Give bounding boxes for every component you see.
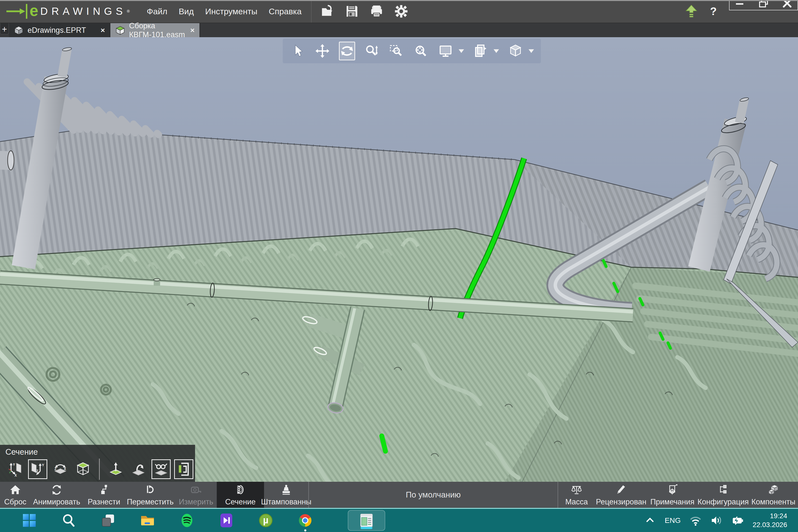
view-orientation-tool[interactable]: [507, 42, 524, 60]
language-indicator[interactable]: ENG: [665, 516, 681, 525]
animate-button[interactable]: Анимировать: [31, 482, 83, 508]
full-screen-tool[interactable]: [437, 42, 454, 60]
help-button[interactable]: ?: [710, 5, 717, 18]
window-top-edge: [0, 0, 798, 1]
section-plane-zy-button[interactable]: Y Z: [28, 459, 47, 479]
running-indicator: [304, 529, 306, 532]
section-plane-zx-button[interactable]: Z X: [51, 459, 70, 479]
reset-button[interactable]: Сброс: [0, 482, 31, 508]
zoom-area-tool[interactable]: [388, 42, 404, 60]
show-caps-button[interactable]: [174, 459, 193, 479]
offset-plane-button[interactable]: [106, 459, 125, 479]
spotify-button[interactable]: [179, 512, 195, 529]
menu-file[interactable]: Файл: [141, 2, 173, 21]
wifi-icon[interactable]: [689, 514, 702, 527]
utorrent-button[interactable]: µ: [258, 512, 274, 529]
tab-close-icon[interactable]: ×: [190, 26, 194, 35]
explode-button[interactable]: Разнести: [83, 482, 125, 508]
tab-close-icon[interactable]: ×: [100, 26, 105, 35]
toolbar-separator: [311, 0, 311, 23]
section-plane-xy-icon: Y X: [7, 461, 23, 477]
section-panel-title: Сечение: [5, 447, 195, 457]
menu-tools[interactable]: Инструменты: [200, 2, 263, 21]
close-button[interactable]: [782, 0, 793, 8]
clock-date: 22.03.2026: [753, 520, 787, 529]
section-button[interactable]: Сечение: [217, 482, 264, 508]
move-button[interactable]: Переместить: [125, 482, 175, 508]
annotations-icon: [666, 484, 679, 496]
tab-sborka-kvgm-101[interactable]: Сборка КВГМ-101.easm ×: [110, 23, 200, 37]
tab-label: eDrawings.EPRT: [27, 26, 86, 35]
task-view-button[interactable]: [100, 512, 116, 529]
rotate-tool[interactable]: [339, 42, 355, 60]
windows-start-icon: [21, 513, 37, 528]
rotate-icon: [340, 43, 355, 58]
edrawings-logo: e DRAWINGS ®: [5, 1, 130, 21]
section-panel: Сечение Y X: [0, 445, 195, 482]
tray-chevron-icon[interactable]: [644, 514, 657, 527]
tab-edrawings-eprt[interactable]: eDrawings.EPRT ×: [9, 23, 110, 37]
measure-button[interactable]: Измерить: [175, 482, 217, 508]
restore-icon: [758, 0, 769, 8]
zoom-fit-tool[interactable]: [413, 42, 429, 60]
titlebar-right: ?: [683, 3, 798, 19]
main-toolbar: [320, 3, 409, 19]
new-tab-button[interactable]: +: [0, 23, 9, 35]
open-button[interactable]: [320, 3, 335, 19]
restore-button[interactable]: [758, 0, 769, 8]
reviewed-button[interactable]: Рецензирован: [595, 482, 647, 508]
configuration-button[interactable]: Конфигурация: [698, 482, 749, 508]
menu-help[interactable]: Справка: [263, 2, 307, 21]
taskbar-clock[interactable]: 19:24 22.03.2026: [753, 512, 787, 530]
section-icon: [234, 484, 247, 496]
menu-view[interactable]: Вид: [173, 2, 200, 21]
model-viewport[interactable]: Сечение Y X: [0, 37, 798, 482]
drawing-views-dropdown-icon[interactable]: [494, 49, 499, 53]
battery-charging-icon[interactable]: [732, 514, 744, 527]
edrawings-taskbar-button[interactable]: [348, 510, 385, 531]
section-plane-xy-button[interactable]: Y X: [5, 459, 25, 479]
view-orientation-dropdown-icon[interactable]: [529, 49, 534, 53]
components-cubes-icon: [767, 484, 780, 496]
file-explorer-button[interactable]: [139, 512, 156, 529]
components-button[interactable]: Компоненты: [749, 482, 798, 508]
minimize-button[interactable]: [735, 0, 745, 8]
windows-taskbar: µ: [0, 509, 798, 532]
edrawings-window: e DRAWINGS ® Файл Вид Инструменты Справк…: [0, 0, 798, 532]
pencil-icon: [614, 484, 628, 496]
chrome-button[interactable]: [297, 512, 313, 529]
publish-button[interactable]: [683, 3, 699, 19]
drawing-views-tool[interactable]: [472, 42, 489, 60]
media-player-button[interactable]: [218, 512, 234, 529]
move-component-icon: [144, 484, 157, 496]
rotate-plane-icon: [131, 461, 146, 477]
open-icon: [320, 4, 335, 18]
full-screen-icon: [438, 43, 453, 58]
section-box-icon: [75, 461, 91, 477]
pan-tool[interactable]: [314, 42, 330, 60]
print-button[interactable]: [369, 3, 384, 19]
full-screen-dropdown-icon[interactable]: [459, 49, 464, 53]
menu-bar: Файл Вид Инструменты Справка: [141, 2, 307, 21]
logo-text: DRAWINGS: [40, 5, 126, 17]
show-section-plane-button[interactable]: [151, 459, 171, 479]
start-button[interactable]: [21, 512, 37, 529]
mass-button[interactable]: Масса: [558, 482, 595, 508]
options-button[interactable]: [393, 3, 409, 19]
animate-icon: [50, 484, 63, 496]
configuration-selector[interactable]: По умолчанию: [309, 482, 557, 508]
markup-button[interactable]: Примечания: [647, 482, 698, 508]
save-button[interactable]: [344, 3, 360, 19]
volume-icon[interactable]: [710, 514, 723, 527]
search-button[interactable]: [61, 512, 77, 529]
rotate-plane-button[interactable]: [129, 459, 148, 479]
media-player-icon: [218, 513, 234, 528]
select-tool[interactable]: [290, 42, 306, 60]
taskbar-apps: µ: [21, 510, 385, 531]
stamped-views-button[interactable]: Штампованны: [264, 482, 308, 508]
svg-text:Y: Y: [42, 463, 44, 467]
section-plane-zy-icon: Y Z: [30, 461, 45, 477]
zoom-tool[interactable]: [363, 42, 380, 60]
section-box-button[interactable]: [73, 459, 93, 479]
task-view-icon: [100, 513, 116, 528]
